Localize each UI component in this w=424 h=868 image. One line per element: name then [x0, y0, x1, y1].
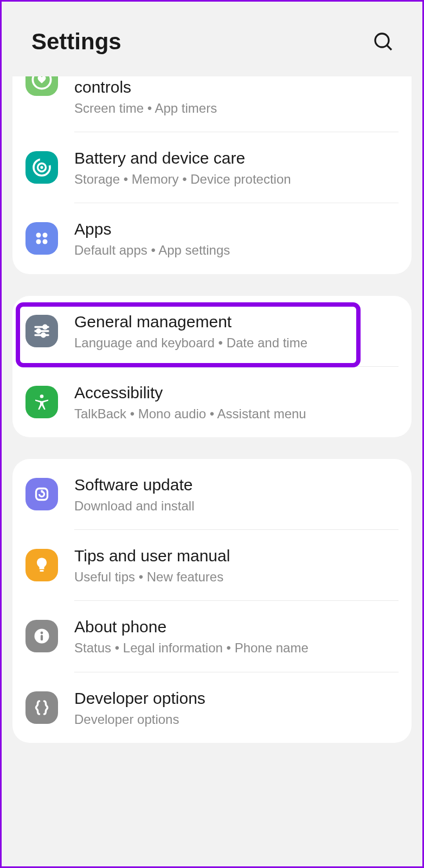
settings-group: General management Language and keyboard…	[12, 296, 412, 437]
settings-group: controls Screen time • App timers Batter…	[12, 76, 412, 274]
svg-rect-18	[40, 570, 44, 572]
svg-point-8	[36, 239, 41, 244]
item-subtitle: Screen time • App timers	[74, 100, 399, 116]
settings-item-accessibility[interactable]: Accessibility TalkBack • Mono audio • As…	[12, 367, 412, 437]
svg-point-20	[41, 632, 43, 634]
item-title: Battery and device care	[74, 147, 399, 169]
grid-icon	[25, 222, 58, 255]
svg-point-5	[40, 166, 43, 169]
settings-item-developer-options[interactable]: Developer options Developer options	[12, 672, 412, 743]
item-title: Software update	[74, 474, 399, 495]
search-icon	[372, 31, 394, 53]
item-text: General management Language and keyboard…	[74, 311, 399, 351]
item-text: Battery and device care Storage • Memory…	[74, 147, 399, 187]
item-title: Apps	[74, 218, 399, 239]
svg-line-1	[387, 46, 391, 50]
item-text: Developer options Developer options	[74, 688, 399, 728]
bulb-icon	[25, 549, 58, 581]
heart-circle-icon	[25, 76, 58, 96]
settings-item-general-management[interactable]: General management Language and keyboard…	[12, 296, 412, 366]
header: Settings	[2, 2, 422, 76]
item-subtitle: TalkBack • Mono audio • Assistant menu	[74, 405, 399, 422]
item-subtitle: Developer options	[74, 711, 399, 728]
item-title: About phone	[74, 616, 399, 637]
settings-item-apps[interactable]: Apps Default apps • App settings	[12, 203, 412, 274]
item-text: Accessibility TalkBack • Mono audio • As…	[74, 382, 399, 422]
svg-point-0	[375, 34, 389, 47]
item-text: About phone Status • Legal information •…	[74, 616, 399, 656]
settings-item-digital-wellbeing[interactable]: controls Screen time • App timers	[12, 76, 412, 132]
page-title: Settings	[31, 29, 121, 55]
item-subtitle: Storage • Memory • Device protection	[74, 171, 399, 187]
item-text: Software update Download and install	[74, 474, 399, 514]
item-subtitle: Status • Legal information • Phone name	[74, 639, 399, 656]
info-icon	[25, 620, 58, 652]
item-text: Apps Default apps • App settings	[74, 218, 399, 258]
item-title: Accessibility	[74, 382, 399, 403]
target-icon	[25, 151, 58, 184]
svg-point-6	[36, 233, 41, 238]
refresh-icon	[25, 478, 58, 510]
settings-group: Software update Download and install Tip…	[12, 459, 412, 743]
settings-item-tips-manual[interactable]: Tips and user manual Useful tips • New f…	[12, 530, 412, 600]
svg-point-16	[40, 394, 44, 398]
item-text: controls Screen time • App timers	[74, 76, 399, 116]
item-subtitle: Language and keyboard • Date and time	[74, 334, 399, 351]
sliders-icon	[25, 315, 58, 347]
item-subtitle: Download and install	[74, 497, 399, 514]
item-title: Tips and user manual	[74, 545, 399, 566]
settings-item-software-update[interactable]: Software update Download and install	[12, 459, 412, 529]
svg-rect-21	[41, 635, 43, 641]
item-subtitle: Default apps • App settings	[74, 242, 399, 258]
svg-point-11	[43, 325, 47, 329]
settings-item-battery-device-care[interactable]: Battery and device care Storage • Memory…	[12, 132, 412, 203]
braces-icon	[25, 691, 58, 724]
search-button[interactable]	[371, 30, 395, 54]
person-icon	[25, 386, 58, 418]
settings-item-about-phone[interactable]: About phone Status • Legal information •…	[12, 601, 412, 671]
svg-point-13	[37, 329, 41, 333]
item-title: Developer options	[74, 688, 399, 709]
svg-point-7	[43, 233, 48, 238]
item-title: General management	[74, 311, 399, 332]
settings-screen: Settings controls Screen time • App time…	[0, 0, 424, 868]
item-title: controls	[74, 76, 399, 98]
item-text: Tips and user manual Useful tips • New f…	[74, 545, 399, 585]
item-subtitle: Useful tips • New features	[74, 568, 399, 585]
svg-point-9	[43, 239, 48, 244]
svg-point-15	[42, 333, 46, 337]
